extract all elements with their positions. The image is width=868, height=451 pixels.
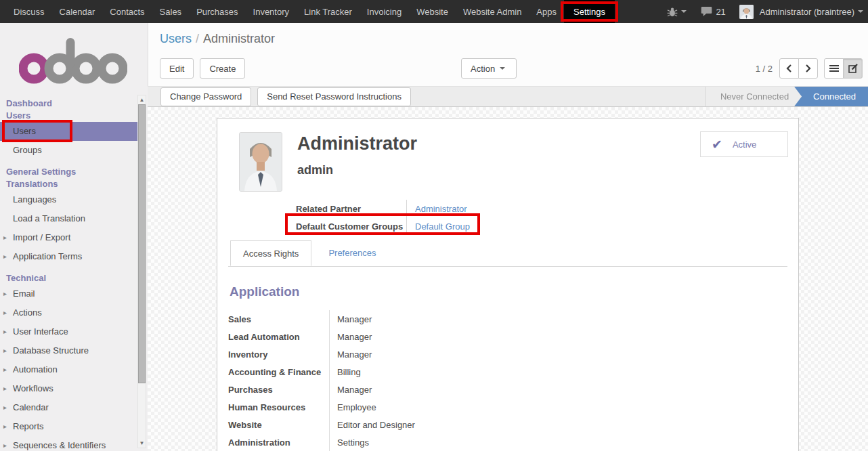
menu-item-contacts[interactable]: Contacts — [102, 0, 152, 23]
change-password-button[interactable]: Change Password — [160, 87, 251, 106]
app-value-purchases[interactable]: Manager — [337, 381, 787, 398]
menu-item-settings[interactable]: Settings — [564, 0, 615, 23]
app-label-inventory: Inventory — [228, 345, 329, 363]
view-switcher — [824, 58, 863, 79]
tab-preferences[interactable]: Preferences — [311, 240, 393, 266]
breadcrumb-users-link[interactable]: Users — [160, 32, 192, 45]
sidebar-heading-general-settings[interactable]: General Settings — [0, 166, 148, 178]
sidebar-item-reports[interactable]: ▸Reports — [0, 417, 148, 436]
sidebar-item-calendar[interactable]: ▸Calendar — [0, 398, 148, 417]
sidebar-heading-users[interactable]: Users — [0, 110, 148, 122]
scroll-down-icon[interactable]: ▼ — [138, 439, 146, 448]
pager-previous-button[interactable] — [779, 58, 799, 79]
scroll-up-icon[interactable]: ▲ — [138, 95, 146, 104]
sidebar-item-languages[interactable]: Languages — [0, 190, 148, 209]
sidebar-heading-dashboard[interactable]: Dashboard — [0, 98, 148, 110]
user-menu-caret-down-icon[interactable] — [858, 10, 863, 16]
menu-item-inventory[interactable]: Inventory — [246, 0, 297, 23]
menu-item-website-admin[interactable]: Website Admin — [456, 0, 529, 23]
pager-next-button[interactable] — [798, 58, 818, 79]
field-group: Related Partner Administrator Default Cu… — [296, 200, 787, 235]
sidebar-scrollbar[interactable]: ▲ ▼ — [137, 95, 146, 448]
menu-item-calendar[interactable]: Calendar — [52, 0, 103, 23]
app-value-website[interactable]: Editor and Designer — [337, 416, 787, 433]
related-partner-link[interactable]: Administrator — [415, 204, 467, 214]
app-label-administration: Administration — [228, 433, 329, 451]
state-never-connected[interactable]: Never Connected — [705, 87, 802, 106]
create-button[interactable]: Create — [200, 58, 245, 79]
expand-arrow-icon: ▸ — [3, 228, 13, 247]
record-login: admin — [297, 163, 417, 177]
menu-item-sales[interactable]: Sales — [152, 0, 190, 23]
state-connected[interactable]: Connected — [794, 87, 868, 106]
sidebar-heading-translations[interactable]: Translations — [0, 178, 148, 190]
sidebar-item-application-terms[interactable]: ▸Application Terms — [0, 247, 148, 266]
menu-item-discuss[interactable]: Discuss — [6, 0, 52, 23]
sidebar-item-sequences-identifiers[interactable]: ▸Sequences & Identifiers — [0, 436, 148, 451]
app-menu: Discuss Calendar Contacts Sales Purchase… — [0, 0, 615, 23]
sidebar-item-automation[interactable]: ▸Automation — [0, 360, 148, 379]
sidebar-item-workflows[interactable]: ▸Workflows — [0, 379, 148, 398]
app-value-lead-automation[interactable]: Manager — [337, 328, 787, 345]
app-value-human-resources[interactable]: Employee — [337, 398, 787, 416]
default-group-link[interactable]: Default Group — [415, 221, 470, 232]
messages-count-badge[interactable]: 21 — [716, 7, 725, 17]
send-reset-password-button[interactable]: Send Reset Password Instructions — [257, 87, 411, 106]
sidebar-item-users[interactable]: Users — [0, 122, 139, 141]
tab-access-rights[interactable]: Access Rights — [230, 240, 311, 266]
main-area: Users/Administrator Edit Create Action 1… — [148, 23, 868, 451]
sidebar-item-email[interactable]: ▸Email — [0, 284, 148, 303]
record-avatar[interactable] — [239, 132, 282, 192]
sidebar-item-database-structure[interactable]: ▸Database Structure — [0, 341, 148, 360]
sidebar-item-import-export[interactable]: ▸Import / Export — [0, 228, 148, 247]
sidebar-item-groups[interactable]: Groups — [0, 141, 148, 160]
menu-item-website[interactable]: Website — [409, 0, 456, 23]
sidebar-item-user-interface[interactable]: ▸User Interface — [0, 322, 148, 341]
sidebar-item-actions[interactable]: ▸Actions — [0, 303, 148, 322]
sidebar-item-label: User Interface — [13, 322, 68, 341]
sidebar-item-label: Sequences & Identifiers — [13, 436, 106, 451]
list-icon — [829, 64, 839, 72]
menu-item-apps[interactable]: Apps — [529, 0, 564, 23]
field-label: Default Customer Groups — [296, 217, 406, 235]
action-dropdown-button[interactable]: Action — [461, 58, 517, 79]
expand-arrow-icon: ▸ — [3, 398, 13, 417]
breadcrumb: Users/Administrator — [148, 23, 868, 46]
app-value-inventory[interactable]: Manager — [337, 345, 787, 363]
sidebar-item-label: Import / Export — [13, 228, 70, 247]
top-navbar: Discuss Calendar Contacts Sales Purchase… — [0, 0, 868, 23]
app-label-lead-automation: Lead Automation — [228, 328, 329, 345]
sidebar-item-label: Automation — [13, 360, 58, 379]
sidebar: Dashboard Users Users Groups General Set… — [0, 23, 148, 451]
menu-item-purchases[interactable]: Purchases — [189, 0, 245, 23]
application-rights-table: Sales Lead Automation Inventory Accounti… — [228, 310, 787, 451]
action-label: Action — [471, 64, 495, 74]
sidebar-heading-technical[interactable]: Technical — [0, 272, 148, 284]
sidebar-item-load-a-translation[interactable]: Load a Translation — [0, 209, 148, 228]
expand-arrow-icon: ▸ — [3, 379, 13, 398]
app-value-accounting-finance[interactable]: Billing — [337, 363, 787, 381]
list-view-button[interactable] — [824, 58, 844, 79]
sidebar-item-label: Workflows — [13, 379, 53, 398]
user-menu[interactable]: Administrator (braintree) — [760, 7, 854, 17]
menu-item-invoicing[interactable]: Invoicing — [360, 0, 409, 23]
application-labels-column: Sales Lead Automation Inventory Accounti… — [228, 310, 329, 451]
form-sheet: Administrator admin ✔ Active Related Par… — [217, 118, 799, 451]
notebook-tabs: Access Rights Preferences — [228, 240, 787, 267]
edit-button[interactable]: Edit — [160, 58, 194, 79]
app-value-administration[interactable]: Settings — [337, 433, 787, 451]
action-caret-down-icon — [500, 67, 505, 72]
debug-bug-icon[interactable] — [667, 7, 678, 17]
user-avatar[interactable] — [739, 5, 754, 19]
expand-arrow-icon: ▸ — [3, 360, 13, 379]
scrollbar-thumb[interactable] — [138, 104, 146, 383]
debug-caret-down-icon[interactable] — [681, 10, 687, 16]
active-checkbox[interactable]: ✔ Active — [700, 131, 788, 157]
form-view-button[interactable] — [843, 58, 863, 79]
application-section-title: Application — [230, 284, 787, 299]
app-label-accounting-finance: Accounting & Finance — [228, 363, 329, 381]
app-value-sales[interactable]: Manager — [337, 310, 787, 328]
record-buttons: Edit Create — [160, 58, 245, 79]
menu-item-link-tracker[interactable]: Link Tracker — [297, 0, 360, 23]
messages-bubble-icon[interactable] — [701, 6, 712, 17]
